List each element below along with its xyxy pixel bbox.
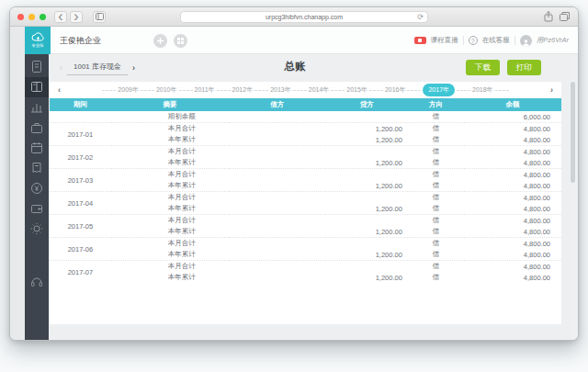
credit-cell xyxy=(326,146,408,158)
credit-cell: 1,200.00 xyxy=(326,180,408,192)
divider xyxy=(514,36,515,45)
year-2009[interactable]: 2009年 xyxy=(118,85,139,95)
year-2012[interactable]: 2012年 xyxy=(232,85,254,95)
minimize-window-button[interactable] xyxy=(28,14,35,20)
year-2018[interactable]: 2018年 xyxy=(472,85,493,95)
ledger-body: 期初余额借6,000.002017-01本月合计1,200.00借4,800.0… xyxy=(50,111,561,284)
timeline-dash xyxy=(293,90,307,91)
debit-cell xyxy=(229,123,326,135)
avatar[interactable] xyxy=(520,35,532,47)
timeline-dash xyxy=(331,90,345,91)
year-2010[interactable]: 2010年 xyxy=(156,85,177,95)
scrollbar-track[interactable] xyxy=(570,56,577,338)
years-prev-button[interactable]: ‹ xyxy=(58,85,61,95)
years-track: 2009年2010年2011年2012年2013年2014年2015年2016年… xyxy=(100,84,510,96)
zoom-window-button[interactable] xyxy=(40,14,46,20)
address-bar[interactable]: urpcg3hibfvn.chanapp.com ⟳ xyxy=(180,11,428,23)
table-row: 2017-06本月合计借4,800.00 xyxy=(50,238,561,250)
balance-cell: 4,800.00 xyxy=(464,192,561,204)
url-text: urpcg3hibfvn.chanapp.com xyxy=(266,14,343,20)
balance-cell: 4,800.00 xyxy=(464,157,561,169)
direction-cell: 借 xyxy=(408,261,464,273)
course-live-link[interactable]: 课程直播 xyxy=(431,36,458,45)
sidebar-item-ledger-book[interactable] xyxy=(25,77,49,97)
online-support-link[interactable]: 在线客服 xyxy=(482,36,510,45)
years-next-button[interactable]: › xyxy=(550,85,553,95)
close-window-button[interactable] xyxy=(17,14,24,20)
reload-icon[interactable]: ⟳ xyxy=(417,12,424,23)
year-2017[interactable]: 2017年 xyxy=(423,84,455,96)
username[interactable]: 用Pz6VrAr xyxy=(537,36,569,45)
debit-cell xyxy=(229,226,326,238)
balance-cell: 4,800.00 xyxy=(464,123,561,135)
timeline-dash xyxy=(369,90,383,91)
year-2013[interactable]: 2013年 xyxy=(270,85,291,95)
logo-caption: 专业版 xyxy=(31,42,44,49)
credit-cell: 1,200.00 xyxy=(326,203,408,215)
summary-cell: 期初余额 xyxy=(111,111,229,123)
apps-grid-button[interactable] xyxy=(174,34,187,48)
headset-icon xyxy=(29,275,44,289)
direction-cell: 借 xyxy=(408,157,464,169)
summary-cell: 本月合计 xyxy=(111,215,229,227)
next-account-button[interactable]: › xyxy=(132,63,135,73)
sidebar-item-calendar[interactable] xyxy=(25,138,49,158)
timeline-dash xyxy=(141,90,154,91)
sidebar-item-briefcase[interactable] xyxy=(25,118,49,138)
money-icon xyxy=(29,181,44,196)
download-button[interactable]: 下载 xyxy=(466,60,500,75)
sidebar-item-money[interactable] xyxy=(25,178,49,198)
period-cell: 2017-06 xyxy=(50,238,111,261)
period-cell: 2017-05 xyxy=(50,215,111,238)
tabs-overview-button[interactable] xyxy=(559,10,571,27)
prev-account-button[interactable]: ‹ xyxy=(60,63,62,73)
balance-cell: 4,800.00 xyxy=(464,134,561,146)
app-logo[interactable]: 专业版 xyxy=(25,27,51,54)
summary-cell: 本月合计 xyxy=(111,123,229,135)
debit-cell xyxy=(229,134,326,146)
wallet-icon xyxy=(29,201,44,216)
account-code: 1001 xyxy=(74,62,90,71)
summary-cell: 本月合计 xyxy=(111,169,229,181)
share-button[interactable] xyxy=(543,10,554,27)
direction-cell: 借 xyxy=(408,180,464,192)
year-timeline: ‹ 2009年2010年2011年2012年2013年2014年2015年201… xyxy=(50,82,561,98)
summary-cell: 本年累计 xyxy=(111,226,229,238)
sidebar-item-invoice[interactable] xyxy=(25,158,49,178)
ledger-book-icon xyxy=(29,80,44,95)
table-row: 本年累计1,200.00借4,800.00 xyxy=(50,226,561,238)
summary-cell: 本年累计 xyxy=(111,134,229,146)
account-tab[interactable]: 1001 库存现金 xyxy=(67,61,128,75)
add-account-set-button[interactable] xyxy=(153,34,167,48)
main-content: ‹ 1001 库存现金 › 总账 下载 打印 ‹ 2009年2010年2011 xyxy=(49,54,578,340)
sidebar-item-gear[interactable] xyxy=(25,219,49,239)
debit-cell xyxy=(229,146,326,158)
forward-button[interactable]: › xyxy=(70,11,83,23)
col-direction: 方向 xyxy=(408,98,464,111)
table-row: 本年累计1,200.00借4,800.00 xyxy=(50,203,561,215)
summary-cell: 本月合计 xyxy=(111,146,229,158)
year-2011[interactable]: 2011年 xyxy=(195,85,215,95)
company-selector[interactable]: 王俊艳企业 ▾ xyxy=(60,27,162,54)
period-cell: 2017-01 xyxy=(50,123,111,146)
period-cell: 2017-03 xyxy=(50,169,111,192)
share-icon xyxy=(543,10,554,23)
sidebar-item-wallet[interactable] xyxy=(25,198,49,219)
year-2014[interactable]: 2014年 xyxy=(309,85,330,95)
sidebar-item-bar-chart[interactable] xyxy=(25,97,49,118)
year-2016[interactable]: 2016年 xyxy=(385,85,406,95)
sidebar-nav xyxy=(25,54,49,340)
back-button[interactable]: ‹ xyxy=(54,11,67,23)
period-cell: 2017-04 xyxy=(50,192,111,215)
balance-cell: 4,800.00 xyxy=(464,249,561,261)
col-period: 期间 xyxy=(50,98,111,111)
print-button[interactable]: 打印 xyxy=(507,60,541,75)
table-row: 2017-07本月合计借4,800.00 xyxy=(50,261,561,273)
sidebar-toggle-button[interactable] xyxy=(93,11,106,23)
sidebar-item-headset[interactable] xyxy=(25,272,49,292)
balance-cell: 4,800.00 xyxy=(464,146,561,158)
sidebar-item-document[interactable] xyxy=(25,57,49,77)
scrollbar-thumb[interactable] xyxy=(571,82,575,183)
year-2015[interactable]: 2015年 xyxy=(346,85,368,95)
summary-cell: 本年累计 xyxy=(111,272,229,284)
